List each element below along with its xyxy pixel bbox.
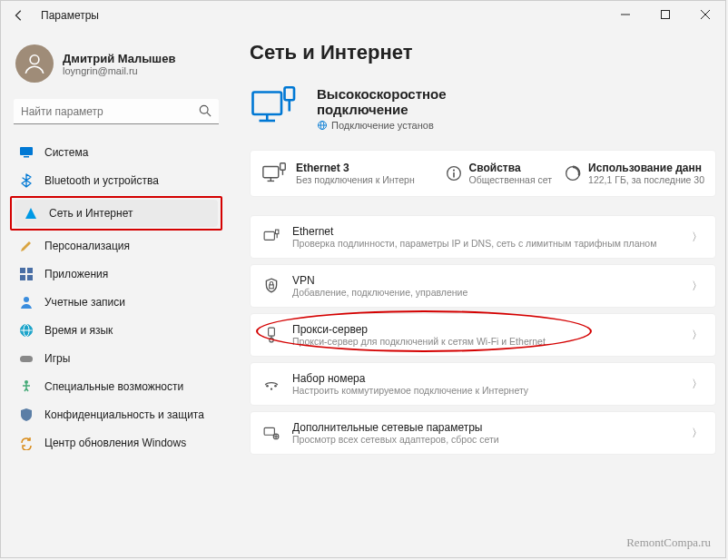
search-input[interactable] (14, 99, 219, 124)
globe-small-icon (317, 120, 328, 131)
settings-cards: Ethernet Проверка подлинности, параметры… (250, 215, 716, 455)
sidebar-item-label: Персонализация (44, 240, 130, 252)
sidebar-item-label: Система (44, 146, 88, 159)
user-name: Дмитрий Малышев (63, 52, 175, 65)
usage-title: Использование данн (588, 162, 704, 174)
sidebar-item-network[interactable]: Сеть и Интернет (15, 200, 218, 227)
card-sub: Просмотр всех сетевых адаптеров, сброс с… (292, 434, 679, 445)
vpn-shield-icon (263, 278, 280, 294)
svg-rect-19 (253, 93, 282, 115)
avatar (15, 44, 54, 83)
close-icon (701, 10, 710, 19)
sidebar-item-personalization[interactable]: Персонализация (10, 232, 222, 260)
card-title: Дополнительные сетевые параметры (292, 421, 679, 434)
sidebar-item-label: Время и язык (44, 324, 113, 337)
info-icon (446, 165, 462, 182)
card-title: Прокси-сервер (292, 323, 679, 336)
accessibility-icon (19, 379, 34, 394)
svg-rect-17 (20, 356, 33, 362)
svg-rect-27 (263, 167, 279, 178)
card-proxy[interactable]: Прокси-сервер Прокси-сервер для подключе… (250, 313, 716, 357)
svg-rect-12 (27, 275, 33, 280)
chevron-right-icon: 〉 (692, 426, 703, 441)
card-title: Ethernet (292, 225, 679, 238)
sidebar-item-gaming[interactable]: Игры (10, 345, 222, 372)
main-panel: Сеть и Интернет Высокоскоростное подключ… (228, 30, 725, 557)
svg-point-13 (24, 297, 29, 302)
minimize-button[interactable] (605, 1, 645, 28)
apps-icon (19, 267, 34, 281)
maximize-button[interactable] (645, 1, 685, 28)
card-title: VPN (292, 274, 679, 287)
svg-point-4 (30, 55, 39, 64)
chevron-right-icon: 〉 (692, 377, 703, 392)
status-row: Ethernet 3 Без подключения к Интерн Свой… (250, 150, 716, 197)
sidebar-item-time-lang[interactable]: Время и язык (10, 317, 222, 344)
settings-window: Параметры Дмитрий Малышев loyngrin@mail.… (0, 0, 726, 558)
pc-small-icon (261, 160, 289, 187)
props-title: Свойства (469, 162, 553, 174)
highlight-network: Сеть и Интернет (10, 196, 222, 231)
dial-icon (263, 376, 280, 392)
chevron-right-icon: 〉 (692, 328, 703, 343)
hero-line1: Высокоскоростное (317, 86, 447, 102)
sidebar-item-label: Bluetooth и устройства (44, 174, 159, 187)
close-button[interactable] (685, 1, 725, 28)
sidebar-item-label: Специальные возможности (44, 380, 183, 393)
card-ethernet[interactable]: Ethernet Проверка подлинности, параметры… (250, 215, 716, 259)
card-dialup[interactable]: Набор номера Настроить коммутируемое под… (250, 362, 716, 406)
card-sub: Добавление, подключение, управление (292, 287, 679, 298)
sidebar-item-accounts[interactable]: Учетные записи (10, 289, 222, 316)
wifi-icon (24, 206, 38, 221)
svg-rect-39 (270, 285, 274, 289)
system-icon (19, 145, 34, 160)
svg-rect-1 (662, 11, 670, 19)
svg-rect-37 (276, 230, 279, 234)
svg-rect-7 (20, 147, 33, 155)
svg-rect-22 (285, 87, 295, 100)
sidebar-item-update[interactable]: Центр обновления Windows (10, 429, 222, 457)
sidebar: Дмитрий Малышев loyngrin@mail.ru Система… (1, 30, 228, 557)
user-block[interactable]: Дмитрий Малышев loyngrin@mail.ru (8, 37, 224, 95)
svg-rect-30 (280, 163, 286, 171)
bluetooth-icon (19, 173, 34, 188)
chevron-right-icon: 〉 (692, 230, 703, 245)
back-button[interactable] (8, 5, 30, 26)
card-sub: Проверка подлинности, параметры IP и DNS… (292, 238, 679, 249)
hero-status: Подключение установ (331, 120, 434, 131)
sidebar-item-accessibility[interactable]: Специальные возможности (10, 373, 222, 400)
sidebar-item-system[interactable]: Система (10, 139, 222, 166)
eth-title: Ethernet 3 (296, 162, 415, 174)
card-advanced-network[interactable]: Дополнительные сетевые параметры Просмот… (250, 411, 716, 455)
window-title: Параметры (41, 9, 99, 22)
shield-icon (19, 408, 34, 422)
chevron-right-icon: 〉 (692, 279, 703, 294)
svg-line-6 (207, 113, 211, 116)
search-icon (199, 104, 212, 121)
card-sub: Настроить коммутируемое подключение к Ин… (292, 385, 679, 396)
svg-rect-46 (264, 427, 274, 435)
svg-point-18 (25, 380, 28, 384)
sidebar-item-label: Игры (44, 352, 70, 365)
svg-rect-10 (27, 268, 33, 273)
svg-rect-11 (20, 275, 25, 280)
eth-sub: Без подключения к Интерн (296, 174, 415, 185)
user-email: loyngrin@mail.ru (63, 65, 175, 76)
svg-point-5 (200, 105, 208, 113)
sidebar-item-apps[interactable]: Приложения (10, 260, 222, 288)
sidebar-item-label: Приложения (44, 268, 108, 280)
data-usage-link[interactable]: Использование данн 122,1 ГБ, за последни… (565, 162, 704, 185)
maximize-icon (661, 10, 670, 19)
ethernet-icon (263, 229, 280, 245)
update-icon (19, 436, 34, 450)
svg-point-33 (453, 170, 455, 172)
titlebar: Параметры (1, 1, 725, 30)
hero-line2: подключение (317, 102, 447, 117)
sidebar-item-bluetooth[interactable]: Bluetooth и устройства (10, 167, 222, 194)
card-sub: Прокси-сервер для подключений к сетям Wi… (292, 336, 679, 347)
globe-icon (19, 323, 34, 338)
minimize-icon (621, 10, 630, 19)
sidebar-item-privacy[interactable]: Конфиденциальность и защита (10, 401, 222, 428)
properties-link[interactable]: Свойства Общественная сет (446, 162, 553, 185)
card-vpn[interactable]: VPN Добавление, подключение, управление … (250, 264, 716, 308)
